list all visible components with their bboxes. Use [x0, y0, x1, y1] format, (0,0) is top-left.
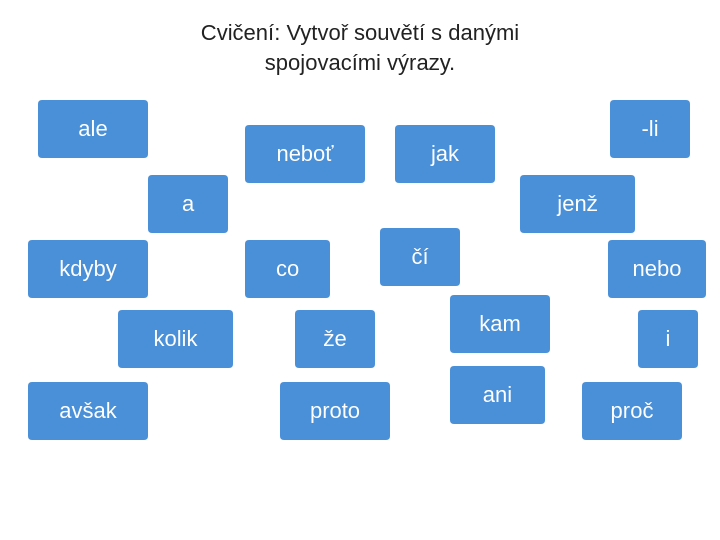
word-tile-avsak: avšak [28, 382, 148, 440]
word-tile-kdyby: kdyby [28, 240, 148, 298]
word-tile-ze: že [295, 310, 375, 368]
word-tile-kolik: kolik [118, 310, 233, 368]
word-tile-proc: proč [582, 382, 682, 440]
word-tile-proto: proto [280, 382, 390, 440]
word-tile-ale: ale [38, 100, 148, 158]
word-tile-a: a [148, 175, 228, 233]
word-tile-jenz: jenž [520, 175, 635, 233]
word-tile-nebof: neboť [245, 125, 365, 183]
page-title: Cvičení: Vytvoř souvětí s danými spojova… [0, 18, 720, 77]
word-tile-jak: jak [395, 125, 495, 183]
word-tile-li: -li [610, 100, 690, 158]
word-tile-co: co [245, 240, 330, 298]
word-tile-ani: ani [450, 366, 545, 424]
word-tile-nebo: nebo [608, 240, 706, 298]
word-tile-kam: kam [450, 295, 550, 353]
word-tile-ci: čí [380, 228, 460, 286]
word-tile-i: i [638, 310, 698, 368]
